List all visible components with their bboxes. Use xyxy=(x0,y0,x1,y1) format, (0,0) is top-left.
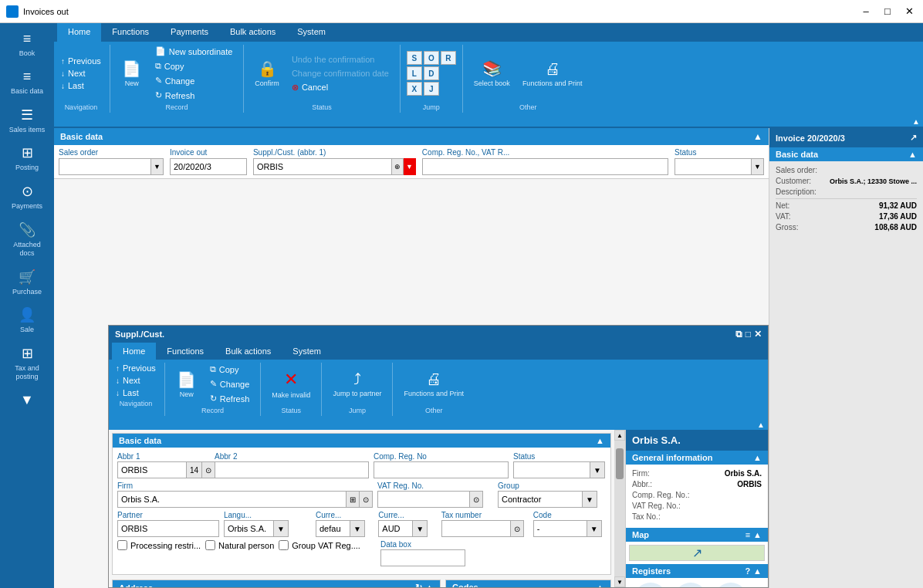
supl-tab-bulk-actions[interactable]: Bulk actions xyxy=(215,343,282,360)
vat-reg-input[interactable] xyxy=(377,491,470,508)
rp-collapse-icon[interactable]: ▲ xyxy=(908,150,917,159)
map-list-icon[interactable]: ≡ xyxy=(746,530,750,539)
new-subordinate-button[interactable]: 📄New subordinate xyxy=(150,45,238,58)
jump-j-button[interactable]: J xyxy=(424,82,439,96)
supl-tile-button[interactable]: ⧉ xyxy=(735,329,742,340)
sales-order-input[interactable] xyxy=(59,158,151,175)
select-book-button[interactable]: 📚 Select book xyxy=(469,57,515,90)
language-input[interactable] xyxy=(224,520,274,537)
firm-input[interactable] xyxy=(117,491,347,508)
minimize-button[interactable]: – xyxy=(858,4,874,19)
last-button[interactable]: ↓ Last xyxy=(59,80,103,91)
group-dropdown[interactable]: ▼ xyxy=(583,491,597,508)
sidebar-item-more[interactable]: ▼ xyxy=(4,387,50,413)
code-input[interactable] xyxy=(533,520,587,537)
abbr1-clock[interactable]: ⊙ xyxy=(202,461,215,478)
jump-x-button[interactable]: X xyxy=(407,82,422,96)
abbr2-input[interactable] xyxy=(215,461,369,478)
sidebar-item-sales-items[interactable]: ☰ Sales items xyxy=(4,102,50,139)
supl-change-button[interactable]: ✎Change xyxy=(205,377,255,390)
jump-o-button[interactable]: O xyxy=(424,51,439,65)
tax-number-clock[interactable]: ⊙ xyxy=(511,520,524,537)
collapse-ribbon-button[interactable]: ▲ xyxy=(912,117,920,126)
currency-input[interactable] xyxy=(378,520,413,537)
comp-reg-input[interactable] xyxy=(422,158,668,175)
supl-tab-system[interactable]: System xyxy=(282,343,332,360)
scroll-thumb[interactable] xyxy=(616,448,624,479)
comp-reg-no-input[interactable] xyxy=(374,461,509,478)
change-button[interactable]: ✎Change xyxy=(150,74,238,87)
codes-collapse-icon[interactable]: ▲ xyxy=(596,583,604,587)
tab-payments[interactable]: Payments xyxy=(160,23,219,42)
tax-number-input[interactable] xyxy=(441,520,511,537)
firm-clock[interactable]: ⊙ xyxy=(360,491,373,508)
sidebar-item-purchase[interactable]: 🛒 Purchase xyxy=(4,264,50,301)
address-refresh-icon[interactable]: ↻ xyxy=(415,583,422,587)
status-select-input[interactable] xyxy=(513,461,590,478)
supl-new-button[interactable]: 📄 New xyxy=(171,368,202,400)
currency-dropdown[interactable]: ▼ xyxy=(413,520,428,537)
scroll-down-button[interactable]: ▼ xyxy=(614,576,625,587)
tab-system[interactable]: System xyxy=(286,23,336,42)
language2-input[interactable] xyxy=(316,520,350,537)
vat-reg-clock[interactable]: ⊙ xyxy=(470,491,483,508)
jump-s-button[interactable]: S xyxy=(407,51,422,65)
registers-collapse-icon[interactable]: ▲ xyxy=(753,566,762,576)
reg-credit[interactable]: ⊙ Credit xyxy=(674,583,708,587)
language2-dropdown[interactable]: ▼ xyxy=(350,520,365,537)
abbr1-input[interactable] xyxy=(117,461,187,478)
map-external-link[interactable]: ↗ xyxy=(692,546,702,560)
jump-d-button[interactable]: D xyxy=(424,66,439,80)
sales-order-dropdown[interactable]: ▼ xyxy=(151,158,164,175)
sidebar-item-book[interactable]: ≡ Book xyxy=(4,26,50,63)
scroll-up-button[interactable]: ▲ xyxy=(614,430,625,441)
suppl-cust-dropdown[interactable]: ▼ xyxy=(404,158,416,175)
collapse-section-button[interactable]: ▲ xyxy=(753,131,762,142)
data-box-input[interactable] xyxy=(380,549,465,566)
supl-collapse-button[interactable]: ▲ xyxy=(757,421,765,429)
reg-vat[interactable]: ▣ VAT xyxy=(634,583,668,587)
new-button[interactable]: 📄 New xyxy=(117,57,147,90)
invoice-out-input[interactable] xyxy=(170,158,247,175)
supl-copy-button[interactable]: ⧉Copy xyxy=(205,363,255,376)
sidebar-item-attached-docs[interactable]: 📎 Attached docs xyxy=(4,217,50,262)
group-input[interactable] xyxy=(498,491,583,508)
jump-r-button[interactable]: R xyxy=(441,51,456,65)
map-collapse-icon[interactable]: ▲ xyxy=(753,530,762,539)
language-dropdown[interactable]: ▼ xyxy=(274,520,289,537)
functions-print-button[interactable]: 🖨 Functions and Print xyxy=(518,58,587,90)
rp-expand-icon[interactable]: ↗ xyxy=(910,133,917,143)
change-confirm-date-button[interactable]: Change confirmation date xyxy=(287,67,394,79)
sidebar-item-basic-data[interactable]: ≡ Basic data xyxy=(4,64,50,100)
natural-person-checkbox[interactable] xyxy=(205,540,215,550)
tab-bulk-actions[interactable]: Bulk actions xyxy=(219,23,286,42)
jump-l-button[interactable]: L xyxy=(407,66,422,80)
tab-home[interactable]: Home xyxy=(57,23,101,42)
supl-tab-home[interactable]: Home xyxy=(112,343,156,360)
registers-question-icon[interactable]: ? xyxy=(745,566,750,576)
supl-basic-collapse[interactable]: ▲ xyxy=(596,436,604,445)
sidebar-item-sale[interactable]: 👤 Sale xyxy=(4,302,50,339)
status-dropdown[interactable]: ▼ xyxy=(752,158,764,175)
next-button[interactable]: ↓ Next xyxy=(59,68,103,79)
suppl-cust-link[interactable]: ⊕ xyxy=(392,158,404,175)
maximize-button[interactable]: □ xyxy=(880,4,895,19)
address-collapse-icon[interactable]: ▲ xyxy=(425,583,434,587)
confirm-button[interactable]: 🔒 Confirm xyxy=(250,57,284,90)
sidebar-item-payments[interactable]: ⊙ Payments xyxy=(4,178,50,215)
cancel-button[interactable]: ⊗ Cancel xyxy=(287,81,394,94)
supl-next-button[interactable]: ↓Next xyxy=(113,375,158,386)
supl-functions-print-button[interactable]: 🖨 Functions and Print xyxy=(399,368,468,400)
firm-link[interactable]: ⊞ xyxy=(347,491,360,508)
suppl-cust-input[interactable] xyxy=(253,158,392,175)
sidebar-item-posting[interactable]: ⊞ Posting xyxy=(4,140,50,177)
tab-functions[interactable]: Functions xyxy=(101,23,160,42)
partner-input[interactable] xyxy=(117,520,219,537)
supl-close-button[interactable]: ✕ xyxy=(754,329,762,340)
supl-jump-partner-button[interactable]: ⤴ Jump to partner xyxy=(328,368,386,400)
supl-tab-functions[interactable]: Functions xyxy=(156,343,215,360)
reg-br-tr[interactable]: ≡ BR and TR xyxy=(714,583,748,587)
supl-last-button[interactable]: ↓Last xyxy=(113,387,158,398)
supl-refresh-button[interactable]: ↻Refresh xyxy=(205,392,255,405)
supl-scrollbar[interactable]: ▲ ▼ xyxy=(614,430,625,587)
